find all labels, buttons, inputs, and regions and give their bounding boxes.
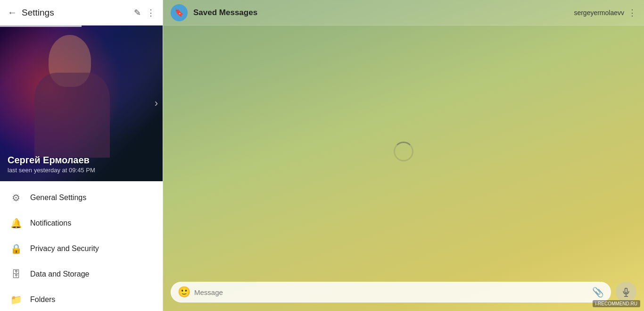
menu-label-data: Data and Storage: [30, 270, 89, 278]
input-bar: 🙂 📎: [163, 277, 644, 307]
svg-rect-0: [625, 288, 627, 293]
edit-button[interactable]: ✎: [134, 8, 141, 18]
username-label: sergeyermolaevv: [574, 9, 624, 17]
message-input[interactable]: [194, 288, 588, 296]
chat-title: Saved Messages: [193, 8, 574, 17]
menu-item-general[interactable]: ⚙ General Settings: [0, 185, 163, 210]
progress-bar: [0, 25, 82, 27]
sidebar-header: ← Settings ✎ ⋮: [0, 0, 163, 25]
settings-title: Settings: [22, 8, 128, 18]
gear-icon: ⚙: [9, 191, 23, 204]
topbar-more-button[interactable]: ⋮: [628, 8, 636, 18]
loading-spinner: [394, 142, 413, 161]
profile-status: last seen yesterday at 09:45 PM: [8, 167, 95, 174]
menu-label-notifications: Notifications: [30, 219, 71, 227]
menu-label-general: General Settings: [30, 193, 86, 202]
profile-card[interactable]: › Сергей Ермолаев last seen yesterday at…: [0, 25, 163, 181]
more-button[interactable]: ⋮: [147, 8, 155, 18]
menu-item-privacy[interactable]: 🔒 Privacy and Security: [0, 236, 163, 261]
main-panel: 🔖 Saved Messages sergeyermolaevv ⋮ 🙂 📎 i…: [163, 0, 644, 311]
settings-menu: ⚙ General Settings 🔔 Notifications 🔒 Pri…: [0, 181, 163, 311]
topbar: 🔖 Saved Messages sergeyermolaevv ⋮: [163, 0, 644, 25]
sidebar: ← Settings ✎ ⋮ › Сергей Ермолаев last se…: [0, 0, 163, 311]
chat-area: [163, 25, 644, 277]
bell-icon: 🔔: [9, 217, 23, 230]
profile-info: Сергей Ермолаев last seen yesterday at 0…: [8, 155, 95, 174]
menu-label-privacy: Privacy and Security: [30, 244, 99, 253]
menu-item-data[interactable]: 🗄 Data and Storage: [0, 261, 163, 287]
message-input-wrap: 🙂 📎: [171, 282, 611, 303]
profile-photo: [25, 35, 119, 167]
mic-button[interactable]: [616, 282, 636, 303]
chevron-right-icon[interactable]: ›: [155, 97, 158, 109]
menu-item-folders[interactable]: 📁 Folders: [0, 287, 163, 311]
menu-item-notifications[interactable]: 🔔 Notifications: [0, 210, 163, 236]
menu-label-folders: Folders: [30, 295, 55, 304]
emoji-button[interactable]: 🙂: [178, 286, 190, 298]
folder-icon: 📁: [9, 293, 23, 306]
saved-messages-icon: 🔖: [171, 4, 188, 21]
lock-icon: 🔒: [9, 242, 23, 255]
attach-button[interactable]: 📎: [592, 286, 604, 298]
watermark: i-RECOMMEND.RU: [593, 300, 640, 307]
back-button[interactable]: ←: [8, 7, 17, 18]
database-icon: 🗄: [9, 268, 23, 281]
profile-name: Сергей Ермолаев: [8, 155, 95, 166]
